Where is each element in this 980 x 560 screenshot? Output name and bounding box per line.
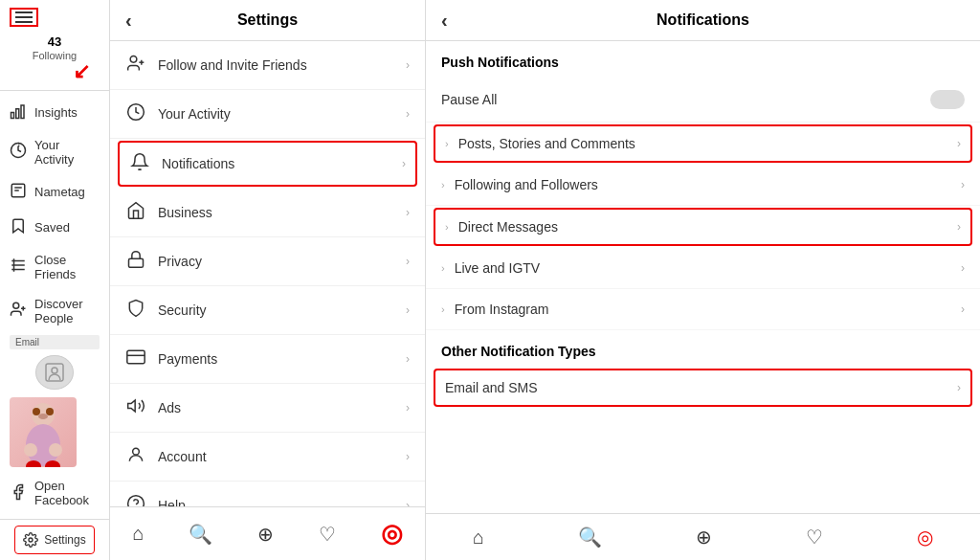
search-nav-icon[interactable]: 🔍 xyxy=(181,519,220,549)
activity-icon xyxy=(10,142,27,162)
notif-item-from-instagram[interactable]: › From Instagram › xyxy=(426,289,980,330)
settings-activity-label: Your Activity xyxy=(158,106,231,122)
settings-item-security[interactable]: Security › xyxy=(110,286,425,335)
chevron-right-icon: › xyxy=(957,137,961,150)
insights-label: Insights xyxy=(34,105,78,120)
sub-arrow-icon: › xyxy=(441,262,445,274)
from-instagram-label: From Instagram xyxy=(455,302,549,317)
pause-all-toggle[interactable] xyxy=(930,90,965,109)
follow-invite-label: Follow and Invite Friends xyxy=(158,57,307,73)
settings-item-account[interactable]: Account › xyxy=(110,433,425,482)
svg-point-34 xyxy=(133,448,140,455)
right-bottom-nav: ⌂ 🔍 ⊕ ♡ ◎ xyxy=(426,513,980,560)
sidebar-item-your-activity[interactable]: Your Activity xyxy=(0,130,109,174)
profile-nav-icon-with-arrow[interactable]: ◎ xyxy=(373,515,411,552)
svg-marker-33 xyxy=(128,400,136,412)
red-arrow-down: ↙ xyxy=(73,61,90,82)
insights-icon xyxy=(10,102,27,123)
saved-label: Saved xyxy=(34,220,70,235)
sidebar-item-nametag[interactable]: Nametag xyxy=(0,174,109,210)
settings-notifications-label: Notifications xyxy=(162,156,234,171)
doll-image xyxy=(10,397,77,467)
sidebar-item-close-friends[interactable]: Close Friends xyxy=(0,245,109,289)
middle-bottom-nav: ⌂ 🔍 ⊕ ♡ ◎ xyxy=(110,506,425,560)
email-sms-label: Email and SMS xyxy=(445,380,537,395)
chevron-right-icon: › xyxy=(957,381,961,394)
settings-item-privacy[interactable]: Privacy › xyxy=(110,237,425,286)
svg-point-15 xyxy=(52,368,57,373)
notifications-back-button[interactable]: ‹ xyxy=(441,10,448,32)
search-nav-icon-right[interactable]: 🔍 xyxy=(570,522,610,552)
settings-activity-icon xyxy=(125,102,146,125)
sidebar-item-saved[interactable]: Saved xyxy=(0,210,109,245)
chevron-right-icon: › xyxy=(406,107,410,121)
avatar xyxy=(35,355,74,391)
settings-item-payments[interactable]: Payments › xyxy=(110,335,425,384)
home-nav-icon-right[interactable]: ⌂ xyxy=(465,523,492,552)
settings-item-help[interactable]: Help › xyxy=(110,482,425,506)
hamburger-button[interactable] xyxy=(10,8,38,27)
settings-item-your-activity[interactable]: Your Activity › xyxy=(110,90,425,139)
chevron-right-icon: › xyxy=(961,178,965,191)
other-notifications-section: Other Notification Types xyxy=(426,330,980,367)
saved-icon xyxy=(10,217,27,237)
privacy-label: Privacy xyxy=(158,254,202,269)
settings-back-button[interactable]: ‹ xyxy=(125,10,132,32)
notifications-header: ‹ Notifications xyxy=(426,0,980,41)
settings-notifications-icon xyxy=(129,152,150,175)
settings-item-business[interactable]: Business › xyxy=(110,189,425,237)
sub-arrow-icon: › xyxy=(441,303,445,315)
follow-invite-icon xyxy=(125,54,146,77)
chevron-right-icon: › xyxy=(406,206,410,219)
sidebar-item-discover-people[interactable]: Discover People xyxy=(0,289,109,333)
sub-arrow-icon: › xyxy=(445,138,449,149)
notif-item-pause-all[interactable]: Pause All xyxy=(426,78,980,123)
svg-rect-30 xyxy=(129,258,144,267)
add-nav-icon[interactable]: ⊕ xyxy=(250,519,281,549)
home-nav-icon[interactable]: ⌂ xyxy=(124,519,151,549)
heart-nav-icon[interactable]: ♡ xyxy=(311,519,344,549)
notif-item-following-followers[interactable]: › Following and Followers › xyxy=(426,165,980,206)
notif-item-direct-messages[interactable]: › Direct Messages › xyxy=(434,208,972,246)
following-count: 43 xyxy=(48,34,61,50)
add-nav-icon-right[interactable]: ⊕ xyxy=(688,522,720,552)
chevron-right-icon: › xyxy=(402,157,406,170)
left-bottom-nav: Settings xyxy=(0,519,109,560)
settings-item-ads[interactable]: Ads › xyxy=(110,384,425,433)
settings-title: Settings xyxy=(237,11,298,29)
sidebar-item-open-facebook[interactable]: Open Facebook xyxy=(0,471,109,515)
business-icon xyxy=(125,201,146,224)
account-icon xyxy=(125,445,146,468)
sidebar-item-insights[interactable]: Insights xyxy=(0,95,109,130)
account-label: Account xyxy=(158,449,207,464)
chevron-right-icon: › xyxy=(961,261,965,275)
help-label: Help xyxy=(158,498,186,506)
close-friends-label: Close Friends xyxy=(34,253,100,281)
svg-point-25 xyxy=(29,538,33,542)
ads-icon xyxy=(125,396,146,419)
notif-item-email-sms[interactable]: Email and SMS › xyxy=(434,369,972,407)
settings-button[interactable]: Settings xyxy=(14,526,94,554)
settings-item-notifications[interactable]: Notifications › xyxy=(118,141,417,187)
discover-people-label: Discover People xyxy=(34,297,100,325)
svg-point-18 xyxy=(33,408,40,415)
chevron-right-icon: › xyxy=(406,58,410,72)
ads-label: Ads xyxy=(158,400,181,415)
left-nav: Insights Your Activity Nametag xyxy=(0,91,109,519)
svg-point-35 xyxy=(128,496,145,506)
chevron-right-icon: › xyxy=(406,352,410,366)
notif-item-live-igtv[interactable]: › Live and IGTV › xyxy=(426,248,980,289)
sub-arrow-icon: › xyxy=(441,179,445,190)
notif-item-posts-stories[interactable]: › Posts, Stories and Comments › xyxy=(434,124,972,163)
open-facebook-label: Open Facebook xyxy=(34,479,100,507)
settings-label: Settings xyxy=(44,533,85,547)
heart-nav-icon-right[interactable]: ♡ xyxy=(798,522,831,552)
chevron-right-icon: › xyxy=(957,220,961,234)
facebook-icon xyxy=(10,483,27,504)
posts-stories-label: Posts, Stories and Comments xyxy=(458,136,635,151)
settings-item-follow-invite[interactable]: Follow and Invite Friends › xyxy=(110,41,425,90)
nametag-label: Nametag xyxy=(34,185,85,199)
svg-point-11 xyxy=(13,302,19,308)
profile-nav-icon-right[interactable]: ◎ xyxy=(909,522,941,552)
chevron-right-icon: › xyxy=(406,450,410,463)
